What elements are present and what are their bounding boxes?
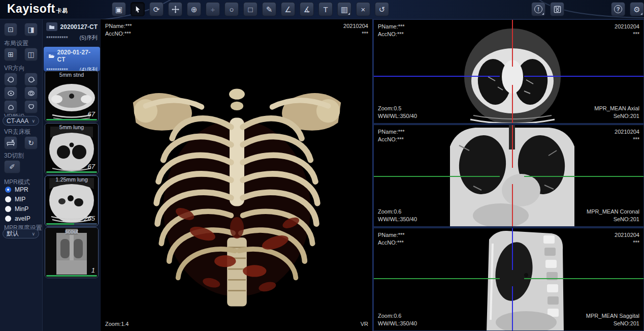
axial-crosshair-vertical[interactable] [512, 20, 513, 67]
radio-mpr[interactable]: MPR [5, 186, 28, 193]
settings-button[interactable]: ⚙ [630, 2, 644, 16]
study-series-count: (5)序列 [80, 34, 98, 42]
vr-head-top-button[interactable] [4, 100, 17, 113]
thumbnail-title: 5mm stnd [45, 72, 98, 78]
thumbnail-title: 5mm lung [45, 124, 98, 130]
layout-tool-button[interactable]: ▣ [112, 2, 126, 16]
axial-crosshair-horizontal[interactable] [524, 76, 643, 77]
thumbnail-image [45, 228, 98, 278]
reset-icon: ↻ [28, 139, 34, 147]
layout-split-button[interactable]: ◫ [24, 48, 38, 61]
radio-mip[interactable]: MIP [5, 196, 25, 203]
rectangle-tool-button[interactable]: □ [243, 2, 257, 16]
coronal-crosshair-horizontal[interactable] [374, 176, 500, 177]
study-date: 20200127-CT [60, 23, 98, 31]
vr-reset-button[interactable]: ↻ [24, 136, 38, 149]
series-thumbnail-125mm-lung[interactable]: 1.25mm lung 265 [45, 175, 99, 226]
help-button[interactable]: ? [611, 2, 625, 16]
app-logo: Kayisoft卡易 [7, 2, 68, 16]
main-toolbar: ▣ ⟳ ⊕ + ○ □ ✎ ∠ ∡ T ▥ × [112, 2, 389, 16]
rotate-3d-icon: ⟳ [153, 6, 160, 13]
mpr-coronal-viewport[interactable]: PName:***AccNO:*** 20210204*** Zoom:0.6W… [373, 125, 644, 227]
cobb-angle-button[interactable]: ∡ [300, 2, 314, 16]
radio-aveip[interactable]: aveIP [5, 215, 30, 222]
info-button[interactable]: ! [531, 2, 545, 16]
vr-head-front-button[interactable] [4, 86, 17, 100]
layout-right-button[interactable]: ◨ [24, 23, 38, 36]
thumbnail-image-count: 1 [91, 266, 95, 274]
ellipse-tool-button[interactable]: ○ [224, 2, 239, 16]
coronal-study-info: 20210204*** [615, 128, 639, 143]
mpr-sagittal-viewport[interactable]: PName:***AccNO:*** 20210204*** Zoom:0.6W… [373, 228, 644, 331]
radio-label: MPR [15, 186, 28, 193]
series-thumbnail-5mm-lung[interactable]: 5mm lung 67 [45, 123, 99, 174]
study-item-1[interactable]: 20200127-CT ********** (5)序列 [44, 20, 100, 45]
sagittal-crosshair-horizontal[interactable] [374, 278, 500, 279]
help-icon: ? [614, 5, 622, 13]
grid-2x2-button[interactable]: ⊞ [4, 48, 17, 61]
coronal-crosshair-horizontal[interactable] [524, 176, 643, 177]
angle-tool-button[interactable]: ∠ [281, 2, 295, 16]
head-back-icon [27, 89, 35, 97]
layout-single-button[interactable]: ⊡ [4, 23, 17, 36]
axial-crosshair-horizontal[interactable] [374, 76, 500, 77]
pan-button[interactable] [168, 2, 182, 16]
thumbnail-image-count: 265 [84, 215, 95, 222]
radio-label: MinP [15, 205, 28, 213]
measure-tool-button[interactable]: ✎ [262, 2, 276, 16]
mpr-thickness-value: 默认 [7, 229, 19, 238]
layout-split-icon: ◫ [27, 50, 34, 58]
left-sidebar: ⊡ ◨ 布局设置 ⊞ ◫ VR方向 VR预设 CT-AAA ∨ VR去床板 [0, 19, 43, 331]
select-cursor-button[interactable] [131, 2, 145, 16]
vr-study-info: 20210204*** [343, 22, 368, 38]
crosshair-tool-button[interactable]: + [206, 2, 220, 16]
axial-study-info: 20210204*** [615, 23, 639, 38]
remove-bed-button[interactable] [4, 136, 17, 149]
window-level-icon: ▥ [341, 6, 348, 13]
coronal-patient-info: PName:***AccNO:*** [378, 128, 405, 143]
save-button[interactable] [550, 2, 564, 16]
angle-icon: ∠ [284, 6, 291, 13]
study-date: 2020-01-27-CT [57, 49, 98, 63]
window-level-button[interactable]: ▥ [337, 2, 351, 16]
zoom-tool-button[interactable]: ⊕ [187, 2, 201, 16]
vr-viewport[interactable]: PName:***AccNO:*** 20210204*** Zoom:1.4 … [101, 19, 372, 331]
sagittal-crosshair-vertical[interactable] [512, 228, 513, 270]
study-item-2[interactable]: 2020-01-27-CT ********** (4)序列 [44, 47, 100, 71]
text-annotation-button[interactable]: T [318, 2, 333, 16]
vr-head-back-button[interactable] [24, 86, 38, 100]
mpr-thickness-select[interactable]: 默认 ∨ [3, 229, 39, 238]
series-thumbnail-scout[interactable]: scout 1 [45, 227, 99, 278]
rectangle-icon: □ [248, 6, 252, 13]
coronal-zoom-info: Zoom:0.6WW/WL:350/40 [378, 208, 417, 223]
sagittal-series-info: MPR_MEAN SaggitalSeNO:201 [586, 312, 639, 327]
sagittal-crosshair-horizontal[interactable] [524, 278, 643, 279]
cut3d-section-label: 3D切割 [4, 152, 24, 160]
sagittal-crosshair-vertical[interactable] [512, 286, 513, 330]
layout-section-label: 布局设置 [4, 39, 28, 48]
axial-crosshair-vertical[interactable] [512, 85, 513, 123]
vr-preset-select[interactable]: CT-AAA ∨ [3, 116, 39, 126]
vr-head-left-button[interactable] [4, 73, 17, 86]
head-top-icon [7, 103, 15, 111]
coronal-crosshair-vertical[interactable] [512, 125, 513, 168]
load-progress-bar [46, 119, 97, 121]
thumbnail-image-count: 67 [88, 110, 95, 118]
radio-minp[interactable]: MinP [5, 205, 28, 213]
vr-head-bottom-button[interactable] [24, 100, 38, 113]
vr-head-right-button[interactable] [24, 73, 38, 86]
cursor-icon [134, 6, 142, 13]
vr-zoom-label: Zoom:1.4 [105, 320, 128, 328]
coronal-crosshair-vertical[interactable] [512, 184, 513, 226]
cut-3d-button[interactable]: ✐ [4, 160, 20, 173]
vr-rendering [129, 76, 345, 320]
load-progress-bar [46, 171, 97, 173]
coronal-series-info: MPR_MEAN CoronalSeNO:201 [587, 208, 639, 223]
head-left-icon [7, 76, 15, 83]
radio-label: aveIP [15, 215, 30, 222]
series-thumbnail-5mm-stnd[interactable]: 5mm stnd 67 [45, 71, 99, 122]
reset-view-button[interactable]: ↺ [375, 2, 389, 16]
rotate-3d-button[interactable]: ⟳ [149, 2, 164, 16]
mpr-axial-viewport[interactable]: PName:***AccNO:*** 20210204*** Zoom:0.5W… [373, 19, 644, 124]
delete-annotation-button[interactable]: × [356, 2, 370, 16]
